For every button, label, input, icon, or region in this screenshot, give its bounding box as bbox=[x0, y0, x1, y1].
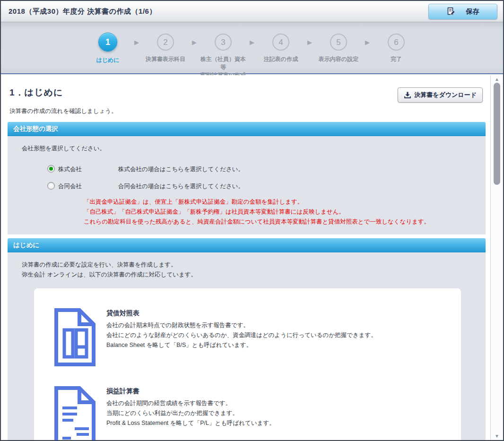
step-3-equity-statement[interactable]: 3 株主（社員）資本等 変動計算書の作成 bbox=[200, 34, 247, 79]
option-godo-label[interactable]: 合同会社 bbox=[58, 182, 118, 190]
step-1-label: はじめに bbox=[84, 56, 131, 64]
option-godo-description: 合同会社の場合はこちらを選択してください。 bbox=[118, 182, 244, 190]
save-document-pencil-icon bbox=[447, 7, 456, 16]
step-4-label: 注記表の作成 bbox=[257, 55, 304, 63]
warning-line: 「自己株式」「自己株式申込証拠金」「新株予約権」は社員資本等変動計算書には反映し… bbox=[84, 207, 479, 217]
option-godo-gaisha[interactable]: 合同会社 合同会社の場合はこちらを選択してください。 bbox=[47, 182, 479, 190]
step-1-hajimeni[interactable]: 1 はじめに bbox=[84, 34, 131, 64]
step-5-label: 表示内容の設定 bbox=[315, 55, 362, 63]
download-button-label: 決算書をダウンロード bbox=[414, 91, 477, 99]
profit-loss-entry: 損益計算書 会社の会計期間の経営成績を示す報告書です。 当期にどのくらい利益が出… bbox=[52, 385, 447, 440]
company-type-instruction: 会社形態を選択してください。 bbox=[22, 145, 479, 153]
introduction-line: 弥生会計 オンラインは、以下の決算書の作成に対応しています。 bbox=[22, 270, 479, 280]
step-4-circle: 4 bbox=[272, 34, 289, 51]
warning-text-block: 「出資金申込証拠金」は、便宜上「新株式申込証拠金」勘定の金額を集計します。 「自… bbox=[84, 197, 479, 227]
balance-sheet-line: 会社の会計期末時点での財政状態を示す報告書です。 bbox=[106, 320, 377, 330]
step-3-circle: 3 bbox=[215, 34, 232, 51]
radio-kabushiki-gaisha[interactable] bbox=[47, 165, 55, 173]
profit-loss-line: 会社の会計期間の経営成績を示す報告書です。 bbox=[106, 398, 275, 408]
introduction-section-body: 決算書の作成に必要な設定を行い、決算書を作成します。 弥生会計 オンラインは、以… bbox=[8, 252, 486, 440]
main-panel: 1．はじめに 決算書をダウンロード 決算書の作成の流れを確認しましょう。 会社形… bbox=[1, 75, 490, 440]
step-5-display-settings[interactable]: 5 表示内容の設定 bbox=[315, 34, 362, 63]
scrollbar-thumb[interactable] bbox=[494, 83, 500, 185]
company-type-options: 株式会社 株式会社の場合はこちらを選択してください。 合同会社 合同会社の場合は… bbox=[47, 165, 479, 190]
step-arrow-icon: ▶ bbox=[247, 39, 257, 46]
option-kabushiki-description: 株式会社の場合はこちらを選択してください。 bbox=[118, 165, 244, 173]
warning-line: これらの勘定科目を使った残高があると、純資産合計金額について社員資本等変動計算書… bbox=[84, 217, 479, 227]
scroll-down-icon[interactable]: ▼ bbox=[491, 433, 503, 439]
app-window: 2018（平成30）年度分 決算書の作成（1/6） 保存 1 はじめに ▶ 2 bbox=[0, 0, 504, 441]
company-type-section-body: 会社形態を選択してください。 株式会社 株式会社の場合はこちらを選択してください… bbox=[8, 136, 486, 234]
profit-loss-text: 損益計算書 会社の会計期間の経営成績を示す報告書です。 当期にどのくらい利益が出… bbox=[106, 385, 275, 428]
balance-sheet-line: 会社にどのような財産がどのくらいあるのか、資金調達はどのように行っているのか把握… bbox=[106, 330, 377, 340]
step-1-circle: 1 bbox=[98, 33, 117, 52]
company-type-section: 会社形態の選択 会社形態を選択してください。 株式会社 株式会社の場合はこちらを… bbox=[8, 122, 486, 234]
profit-loss-line: 当期にどのくらい利益が出たのか把握できます。 bbox=[106, 408, 275, 418]
statements-card: 貸借対照表 会社の会計期末時点での財政状態を示す報告書です。 会社にどのような財… bbox=[34, 288, 461, 440]
download-icon bbox=[404, 91, 411, 99]
balance-sheet-entry: 貸借対照表 会社の会計期末時点での財政状態を示す報告書です。 会社にどのような財… bbox=[52, 307, 447, 367]
introduction-line: 決算書の作成に必要な設定を行い、決算書を作成します。 bbox=[22, 260, 479, 270]
radio-godo-gaisha[interactable] bbox=[47, 182, 55, 190]
introduction-section-header: はじめに bbox=[8, 238, 486, 252]
download-financial-statements-button[interactable]: 決算書をダウンロード bbox=[398, 87, 483, 103]
introduction-section: はじめに 決算書の作成に必要な設定を行い、決算書を作成します。 弥生会計 オンラ… bbox=[8, 238, 486, 440]
profit-loss-line: Profit & Loss Statement を略して「P/L」とも呼ばれてい… bbox=[106, 418, 275, 428]
profit-loss-icon bbox=[52, 385, 98, 440]
scroll-up-icon[interactable]: ▲ bbox=[491, 77, 503, 82]
step-2-label: 決算書表示科目 bbox=[142, 55, 189, 63]
warning-line: 「出資金申込証拠金」は、便宜上「新株式申込証拠金」勘定の金額を集計します。 bbox=[84, 197, 479, 207]
page-intro-text: 決算書の作成の流れを確認しましょう。 bbox=[9, 107, 490, 115]
save-button[interactable]: 保存 bbox=[428, 4, 497, 19]
window-title: 2018（平成30）年度分 決算書の作成（1/6） bbox=[1, 1, 503, 22]
introduction-text: 決算書の作成に必要な設定を行い、決算書を作成します。 弥生会計 オンラインは、以… bbox=[22, 260, 479, 280]
balance-sheet-text: 貸借対照表 会社の会計期末時点での財政状態を示す報告書です。 会社にどのような財… bbox=[106, 307, 377, 350]
company-type-section-header: 会社形態の選択 bbox=[8, 122, 486, 136]
step-4-notes-table[interactable]: 4 注記表の作成 bbox=[257, 34, 304, 63]
step-6-complete[interactable]: 6 完了 bbox=[373, 34, 420, 63]
save-button-label: 保存 bbox=[466, 8, 479, 16]
step-arrow-icon: ▶ bbox=[362, 39, 373, 46]
step-6-label: 完了 bbox=[373, 55, 420, 63]
step-6-circle: 6 bbox=[388, 34, 405, 51]
option-kabushiki-gaisha[interactable]: 株式会社 株式会社の場合はこちらを選択してください。 bbox=[47, 165, 479, 173]
balance-sheet-title: 貸借対照表 bbox=[106, 309, 377, 318]
option-kabushiki-label[interactable]: 株式会社 bbox=[58, 165, 118, 173]
step-2-display-items[interactable]: 2 決算書表示科目 bbox=[142, 34, 189, 63]
step-arrow-icon: ▶ bbox=[131, 39, 142, 46]
balance-sheet-icon bbox=[52, 307, 98, 367]
vertical-scrollbar[interactable]: ▲ ▼ bbox=[490, 75, 503, 440]
step-arrow-icon: ▶ bbox=[189, 39, 200, 46]
step-arrow-icon: ▶ bbox=[304, 39, 315, 46]
balance-sheet-line: Balance Sheet を略して「B/S」とも呼ばれています。 bbox=[106, 340, 377, 350]
step-2-circle: 2 bbox=[157, 34, 174, 51]
title-bar: 2018（平成30）年度分 決算書の作成（1/6） 保存 bbox=[1, 1, 503, 22]
content-area: 1．はじめに 決算書をダウンロード 決算書の作成の流れを確認しましょう。 会社形… bbox=[1, 75, 503, 440]
profit-loss-title: 損益計算書 bbox=[106, 387, 275, 396]
wizard-step-bar: 1 はじめに ▶ 2 決算書表示科目 ▶ 3 株主（社員）資本等 変動計算書の作… bbox=[1, 22, 503, 74]
step-5-circle: 5 bbox=[330, 34, 347, 51]
